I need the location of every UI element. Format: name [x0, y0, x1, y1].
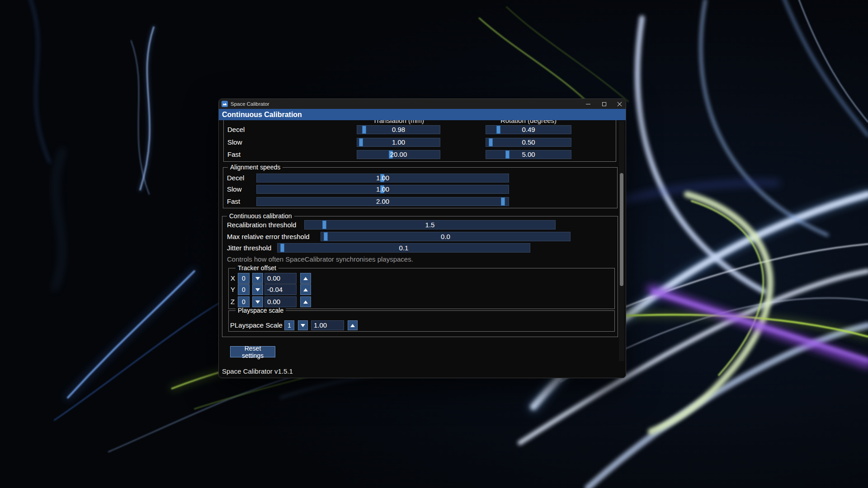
x-step-box[interactable]: 0: [238, 273, 250, 284]
playspace-scale-title: Playspace scale: [236, 307, 286, 314]
axis-label: Y: [231, 284, 235, 295]
playspace-scale-label: PLayspace Scale: [230, 320, 283, 330]
version-text: Space Calibrator v1.5.1: [222, 367, 293, 375]
alignment-speeds-title: Alignment speeds: [228, 164, 283, 171]
speed-row-label: Decel: [227, 125, 245, 134]
sync-hint-text: Controls how often SpaceCalibrator synch…: [227, 255, 413, 263]
threshold-label: Jitter threshold: [227, 243, 271, 253]
slider-value: 1.5: [305, 221, 555, 229]
scrollbar-thumb[interactable]: [620, 173, 623, 286]
max-relative-error-slider[interactable]: 0.0: [321, 232, 571, 241]
rotation-slow-slider[interactable]: 0.50: [486, 138, 571, 147]
translation-fast-slider[interactable]: 20.00: [357, 150, 440, 159]
close-icon: [617, 101, 623, 107]
rotation-fast-slider[interactable]: 5.00: [486, 150, 571, 159]
page-header: Continuous Calibration: [219, 109, 626, 120]
alignment-row-label: Decel: [227, 174, 244, 183]
down-triangle-icon: [255, 277, 260, 280]
alignment-fast-slider[interactable]: 2.00: [256, 197, 509, 206]
y-offset-field[interactable]: -0.04: [264, 284, 297, 295]
app-icon: [222, 101, 228, 107]
space-calibrator-window: Space Calibrator Continuous Calibration …: [218, 99, 626, 378]
z-offset-field[interactable]: 0.00: [264, 296, 297, 307]
playspace-decrement-button[interactable]: [298, 320, 308, 330]
slider-value: 1.00: [357, 138, 440, 146]
speed-row-label: Slow: [227, 138, 242, 147]
speed-row-label: Fast: [227, 150, 241, 159]
reset-settings-button[interactable]: Reset settings: [230, 346, 275, 357]
translation-decel-slider[interactable]: 0.98: [357, 125, 440, 134]
slider-value: 0.1: [278, 244, 530, 252]
threshold-label: Max relative error threshold: [227, 232, 310, 241]
continuous-calibration-title: Continuous calibration: [227, 213, 294, 220]
scroll-area: Translation (mm) Rotation (degrees) Dece…: [219, 120, 626, 378]
alignment-slow-slider[interactable]: 1.00: [256, 185, 509, 194]
playspace-step-box[interactable]: 1: [284, 320, 294, 330]
threshold-label: Recalibration threshold: [227, 220, 296, 230]
slider-value: 1.00: [257, 174, 509, 182]
slider-value: 1.00: [257, 185, 509, 193]
playspace-increment-button[interactable]: [348, 320, 358, 330]
recalibration-threshold-slider[interactable]: 1.5: [304, 220, 556, 230]
up-triangle-icon: [350, 324, 355, 327]
x-offset-field[interactable]: 0.00: [264, 273, 297, 284]
slider-value: 2.00: [257, 197, 509, 206]
alignment-row-label: Fast: [227, 197, 240, 206]
alignment-decel-slider[interactable]: 1.00: [256, 174, 509, 183]
y-decrement-button[interactable]: [252, 284, 263, 295]
slider-value: 0.50: [486, 138, 571, 146]
maximize-icon: [602, 102, 606, 106]
z-step-box[interactable]: 0: [238, 296, 250, 307]
slider-value: 0.0: [321, 232, 570, 241]
axis-label: Z: [231, 296, 235, 307]
x-decrement-button[interactable]: [252, 273, 263, 284]
playspace-scale-field[interactable]: 1.00: [311, 320, 344, 330]
y-increment-button[interactable]: [300, 284, 311, 295]
slider-value: 0.49: [486, 126, 571, 134]
maximize-button[interactable]: [597, 99, 611, 109]
y-step-box[interactable]: 0: [238, 284, 250, 295]
slider-value: 5.00: [486, 150, 571, 159]
minimize-button[interactable]: [581, 99, 595, 109]
up-triangle-icon: [303, 300, 308, 304]
window-title: Space Calibrator: [231, 99, 269, 109]
z-decrement-button[interactable]: [252, 296, 263, 307]
up-triangle-icon: [303, 277, 308, 280]
alignment-row-label: Slow: [227, 185, 242, 194]
up-triangle-icon: [303, 288, 308, 291]
rotation-decel-slider[interactable]: 0.49: [486, 125, 571, 134]
down-triangle-icon: [255, 300, 260, 304]
title-bar[interactable]: Space Calibrator: [219, 99, 626, 109]
jitter-threshold-slider[interactable]: 0.1: [277, 243, 530, 253]
axis-label: X: [231, 273, 235, 284]
slider-value: 20.00: [357, 150, 440, 159]
tracker-offset-title: Tracker offset: [236, 265, 278, 272]
translation-slow-slider[interactable]: 1.00: [357, 138, 440, 147]
x-increment-button[interactable]: [300, 273, 311, 284]
slider-value: 0.98: [357, 126, 440, 134]
close-button[interactable]: [613, 99, 626, 109]
down-triangle-icon: [301, 324, 305, 327]
down-triangle-icon: [255, 288, 260, 291]
minimize-icon: [586, 104, 590, 104]
z-increment-button[interactable]: [300, 296, 311, 307]
